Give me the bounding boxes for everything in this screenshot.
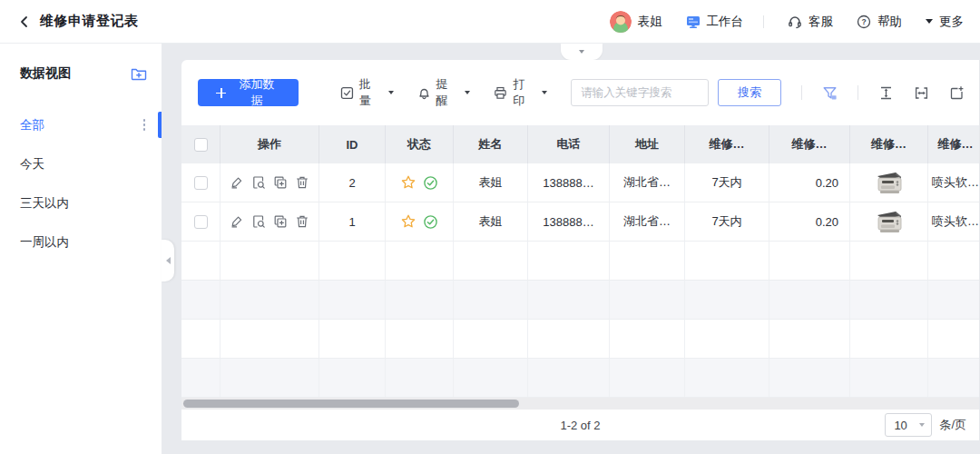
add-data-button[interactable]: 添加数据 xyxy=(198,79,299,106)
empty-row xyxy=(181,281,979,320)
search-input[interactable] xyxy=(571,79,709,106)
filter-icon xyxy=(822,85,838,101)
column-width-button[interactable] xyxy=(914,85,929,101)
duplicate-icon[interactable] xyxy=(273,214,288,229)
header-collapse-tab[interactable] xyxy=(561,44,603,60)
back-icon[interactable] xyxy=(18,15,31,28)
edit-icon[interactable] xyxy=(230,175,244,190)
view-label[interactable]: 三天以内 xyxy=(20,195,69,212)
help-link[interactable]: ? 帮助 xyxy=(857,14,902,30)
delete-icon[interactable] xyxy=(295,175,309,190)
header-checkbox-cell xyxy=(181,125,220,163)
printer-icon xyxy=(494,86,507,100)
chevron-down-icon xyxy=(926,19,933,24)
support-label[interactable]: 客服 xyxy=(808,14,833,30)
export-button[interactable] xyxy=(949,85,965,101)
page-size-value: 10 xyxy=(894,419,906,432)
avatar[interactable] xyxy=(610,11,632,33)
view-label[interactable]: 一周以内 xyxy=(20,234,69,251)
view-label[interactable]: 今天 xyxy=(20,156,44,173)
view-label[interactable]: 全部 xyxy=(20,117,44,133)
cell-address: 湖北省… xyxy=(610,163,685,202)
user-name[interactable]: 表姐 xyxy=(638,14,662,30)
view-list: 全部 今天 三天以内 一周以内 xyxy=(0,105,162,262)
table-header-row: 操作 ID 状态 姓名 电话 地址 维修… 维修… 维修… 维修… xyxy=(181,125,979,163)
sidebar-title: 数据视图 xyxy=(20,65,71,82)
batch-check-icon xyxy=(340,86,354,100)
data-table-card: 添加数据 批量 提醒 xyxy=(181,60,980,440)
sidebar-item-all[interactable]: 全部 xyxy=(0,105,162,144)
user-menu[interactable]: 表姐 xyxy=(610,11,662,33)
pagination-bar: 1-2 of 2 10 条/页 xyxy=(181,410,979,440)
sidebar-item-3days[interactable]: 三天以内 xyxy=(0,183,162,222)
chevron-down-icon xyxy=(919,423,925,427)
print-menu[interactable]: 打印 xyxy=(494,76,547,109)
header-actions: 操作 xyxy=(220,125,319,163)
remind-menu[interactable]: 提醒 xyxy=(417,76,471,109)
page-size-select[interactable]: 10 xyxy=(885,413,932,437)
cell-name: 表姐 xyxy=(454,202,528,241)
search-button[interactable]: 搜索 xyxy=(718,79,781,106)
add-view-icon[interactable] xyxy=(131,66,147,81)
header-repair-1: 维修… xyxy=(685,125,769,163)
printer-photo[interactable] xyxy=(871,208,907,235)
row-height-icon xyxy=(878,85,894,101)
row-checkbox[interactable] xyxy=(194,176,208,190)
toolbar-divider xyxy=(858,85,858,100)
preview-icon[interactable] xyxy=(251,175,266,190)
workspace-label[interactable]: 工作台 xyxy=(707,14,744,30)
preview-icon[interactable] xyxy=(251,214,266,229)
printer-photo[interactable] xyxy=(871,169,907,196)
active-indicator xyxy=(158,112,162,138)
help-label[interactable]: 帮助 xyxy=(877,14,902,30)
app-window: 维修申请登记表 表姐 工作台 xyxy=(0,0,980,454)
table-row[interactable]: 1 表姐 138888… 湖北省… 7天内 0 xyxy=(181,202,979,242)
chevron-down-icon xyxy=(579,50,584,54)
help-icon: ? xyxy=(857,15,871,29)
cell-amount: 0.20 xyxy=(769,202,850,241)
sidebar-item-week[interactable]: 一周以内 xyxy=(0,222,162,262)
record-range: 1-2 of 2 xyxy=(181,419,979,432)
cell-amount: 0.20 xyxy=(769,163,850,202)
chevron-down-icon xyxy=(388,91,394,94)
export-icon xyxy=(949,85,965,101)
cell-name: 表姐 xyxy=(454,163,528,202)
header-repair-2: 维修… xyxy=(769,125,850,163)
edit-icon[interactable] xyxy=(230,214,244,229)
star-icon[interactable] xyxy=(400,213,416,230)
sidebar-collapse-handle[interactable] xyxy=(162,240,174,281)
header-name: 姓名 xyxy=(454,125,528,163)
topbar: 维修申请登记表 表姐 工作台 xyxy=(0,0,980,44)
topbar-divider xyxy=(763,15,764,28)
batch-menu[interactable]: 批量 xyxy=(340,76,394,109)
cell-deadline: 7天内 xyxy=(685,202,769,241)
cell-deadline: 7天内 xyxy=(685,163,769,202)
star-icon[interactable] xyxy=(400,174,416,191)
more-menu[interactable]: 更多 xyxy=(926,14,964,30)
delete-icon[interactable] xyxy=(295,214,309,229)
header-repair-4: 维修… xyxy=(928,125,980,163)
horizontal-scrollbar[interactable] xyxy=(181,398,979,410)
more-label[interactable]: 更多 xyxy=(939,14,964,30)
plus-icon xyxy=(216,88,226,98)
page-size-unit: 条/页 xyxy=(939,417,966,433)
cell-id: 2 xyxy=(319,163,386,202)
row-checkbox[interactable] xyxy=(194,215,208,229)
duplicate-icon[interactable] xyxy=(273,175,288,190)
empty-row xyxy=(181,320,979,359)
cell-id: 1 xyxy=(319,202,386,241)
support-link[interactable]: 客服 xyxy=(788,14,833,30)
sidebar-item-today[interactable]: 今天 xyxy=(0,144,162,183)
sidebar: 数据视图 全部 今天 三天以内 xyxy=(0,44,162,454)
collapse-left-icon xyxy=(166,257,171,264)
select-all-checkbox[interactable] xyxy=(194,138,208,152)
approved-icon xyxy=(423,214,438,230)
header-address: 地址 xyxy=(610,125,685,163)
workspace-link[interactable]: 工作台 xyxy=(686,14,744,30)
table-row[interactable]: 2 表姐 138888… 湖北省… 7天内 0 xyxy=(181,163,979,202)
view-options-icon[interactable] xyxy=(142,117,148,133)
header-phone: 电话 xyxy=(528,125,610,163)
row-height-button[interactable] xyxy=(878,85,894,101)
filter-button[interactable] xyxy=(822,85,838,101)
scrollbar-thumb[interactable] xyxy=(183,400,519,408)
